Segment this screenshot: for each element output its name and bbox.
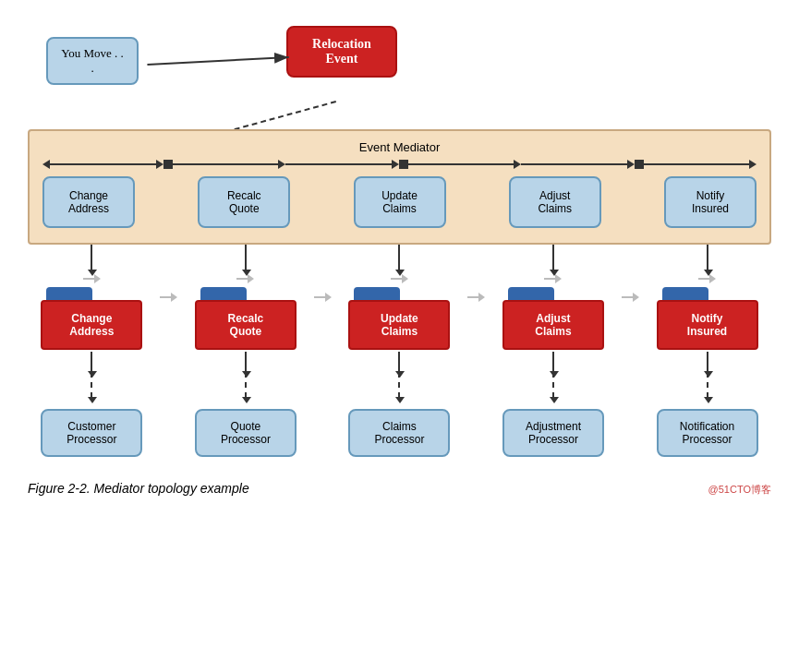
gray-arrow-4-5	[622, 293, 639, 302]
gray-head-23	[325, 293, 332, 302]
relocation-event-box: RelocationEvent	[286, 26, 397, 78]
ec-recalc-quote: RecalcQuote	[195, 287, 297, 352]
channels-wrapper: ChangeAddress CustomerProcessor RecalcQu…	[28, 245, 771, 457]
dashed-arrow-5	[707, 372, 708, 398]
ec-body-adjust-claims: AdjustClaims	[502, 300, 604, 350]
watermark: @51CTO博客	[708, 483, 781, 497]
gray-line-3	[391, 278, 402, 280]
ec-change-address: ChangeAddress	[41, 287, 142, 352]
ec-adjust-claims: AdjustClaims	[502, 287, 604, 352]
ec-update-claims: UpdateClaims	[348, 287, 450, 352]
mediator-update-claims: UpdateClaims	[354, 176, 446, 228]
ec-body-change-address: ChangeAddress	[41, 300, 142, 350]
flow-line	[42, 160, 757, 169]
mediator-notify-insured: NotifyInsured	[664, 176, 757, 228]
arrow-down-2a	[245, 245, 247, 270]
gray-line-1	[83, 278, 94, 280]
ec-body-recalc-quote: RecalcQuote	[195, 300, 297, 350]
mediator-label: Event Mediator	[42, 140, 757, 154]
gray-arrow-2-3	[314, 293, 332, 302]
dashed-arrow-1	[91, 372, 92, 398]
dashed-arrow-2	[245, 372, 247, 398]
quote-processor: QuoteProcessor	[195, 409, 297, 457]
svg-line-0	[147, 57, 288, 65]
bullet-2	[399, 160, 408, 169]
gray-head-45	[633, 293, 639, 302]
dashed-arrow-3	[398, 372, 400, 398]
gray-line-5	[698, 278, 709, 280]
arrow-down-2b	[245, 352, 247, 372]
gray-head-12	[171, 293, 177, 302]
arrow-3	[392, 160, 399, 169]
you-move-label: You Move . . .	[61, 46, 124, 75]
top-section: You Move . . . RelocationEvent	[18, 18, 781, 129]
gray-head-34	[478, 293, 485, 302]
channel-notify-insured: NotifyInsured NotificationProcessor	[648, 245, 768, 457]
arrow-down-5b	[707, 352, 708, 372]
gray-line-34	[467, 296, 478, 298]
claims-processor: ClaimsProcessor	[348, 409, 450, 457]
arrow-4	[514, 160, 521, 169]
relocation-label: RelocationEvent	[312, 37, 371, 66]
arrow-down-3a	[398, 245, 400, 270]
gray-line-45	[622, 296, 633, 298]
you-move-box: You Move . . .	[46, 37, 139, 85]
ec-body-notify-insured: NotifyInsured	[657, 300, 758, 350]
arrow-down-4b	[552, 352, 554, 372]
ec-body-update-claims: UpdateClaims	[348, 300, 450, 350]
arrow-down-3b	[398, 352, 400, 372]
mediator-container: Event Mediator ChangeAddress RecalcQuote…	[28, 129, 771, 245]
channel-recalc-quote: RecalcQuote QuoteProcessor	[186, 245, 306, 457]
channel-adjust-claims: AdjustClaims AdjustmentProcessor	[493, 245, 613, 457]
adjustment-processor: AdjustmentProcessor	[502, 409, 604, 457]
channel-update-claims: UpdateClaims ClaimsProcessor	[339, 245, 459, 457]
arrow-6	[749, 160, 757, 169]
notification-processor: NotificationProcessor	[657, 409, 758, 457]
ec-notify-insured: NotifyInsured	[657, 287, 758, 352]
customer-processor: CustomerProcessor	[41, 409, 142, 457]
left-arrow	[42, 160, 50, 169]
gray-line-4	[544, 278, 555, 280]
gray-line-12	[160, 296, 171, 298]
gray-arrow-1-2	[160, 293, 177, 302]
arrow-5	[627, 160, 635, 169]
svg-line-4	[127, 102, 336, 129]
arrow-down-1a	[91, 245, 92, 270]
flow-line-seg4	[408, 163, 515, 165]
arrow-down-4a	[552, 245, 554, 270]
flow-line-seg1	[50, 163, 156, 165]
mediator-change-address: ChangeAddress	[42, 176, 135, 228]
flow-line-seg3	[285, 163, 392, 165]
arrow-1	[156, 160, 163, 169]
flow-line-seg5	[521, 163, 627, 165]
arrow-down-1b	[91, 352, 92, 372]
dashed-arrow-4	[552, 372, 554, 398]
gray-arrow-3-4	[467, 293, 485, 302]
gray-line-23	[314, 296, 325, 298]
flow-line-seg2	[173, 163, 279, 165]
bullet-3	[635, 160, 644, 169]
mediator-boxes-row: ChangeAddress RecalcQuote UpdateClaims A…	[42, 176, 757, 228]
bullet-1	[163, 160, 173, 169]
mediator-adjust-claims: AdjustClaims	[509, 176, 601, 228]
page-container: You Move . . . RelocationEvent	[9, 9, 790, 506]
flow-line-seg6	[644, 163, 750, 165]
gray-line-2	[236, 278, 248, 280]
figure-caption: Figure 2-2. Mediator topology example	[18, 481, 249, 496]
arrow-down-5a	[707, 245, 708, 270]
channel-change-address: ChangeAddress CustomerProcessor	[31, 245, 151, 457]
arrow-2	[278, 160, 285, 169]
mediator-recalc-quote: RecalcQuote	[198, 176, 290, 228]
